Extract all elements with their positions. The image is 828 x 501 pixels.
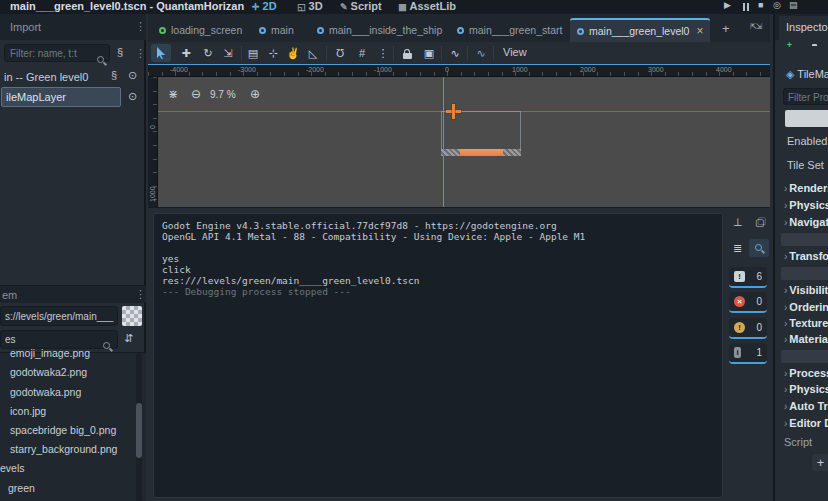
clear-output-button[interactable]: ⊥: [733, 216, 743, 229]
pan-tool-button[interactable]: ✌: [283, 44, 303, 62]
list-item[interactable]: godotwaka2.png: [10, 366, 87, 378]
section-navigation[interactable]: ›Navigation: [784, 216, 828, 228]
viewport-2d[interactable]: -4000 -3000 -2000 -1000 0 1000 2000 3000…: [148, 64, 770, 207]
list-item[interactable]: godotwaka.png: [10, 386, 81, 398]
rotate-icon: ↻: [203, 47, 212, 60]
zoom-level[interactable]: 9.7 %: [210, 89, 236, 100]
canvas[interactable]: ⋇ ⊖ 9.7 % ⊕: [158, 77, 770, 208]
list-item[interactable]: green: [8, 482, 35, 494]
movie-mode-button[interactable]: ▤: [789, 0, 798, 10]
platform-tiles[interactable]: [441, 149, 521, 156]
add-script-button[interactable]: +: [812, 454, 828, 471]
grid-snap-button[interactable]: #: [352, 44, 372, 62]
list-item[interactable]: evels: [0, 462, 25, 474]
zoom-in-button[interactable]: ⊕: [250, 87, 260, 101]
section-material[interactable]: ›Material: [784, 333, 828, 345]
scene-tab-main-green-start[interactable]: main___green_start: [450, 18, 569, 42]
scene-tab-main[interactable]: main: [252, 18, 301, 42]
list-item[interactable]: spacebridge big_0.png: [10, 424, 116, 436]
select-list-button[interactable]: ▤: [243, 44, 263, 62]
ruler-tool-button[interactable]: ◺: [303, 44, 323, 62]
menu-2d[interactable]: ✛2D: [252, 0, 277, 12]
warning-count-toggle[interactable]: ! 0: [729, 318, 767, 339]
property-tile-set[interactable]: Tile Set: [787, 159, 824, 171]
move-tool-button[interactable]: ✚: [176, 44, 196, 62]
error-count-toggle[interactable]: × 0: [729, 292, 767, 313]
skeleton-button[interactable]: ∿: [445, 44, 465, 62]
sort-icon[interactable]: ⇵: [124, 332, 133, 345]
section-visibility[interactable]: ›Visibility: [784, 284, 828, 296]
console-log[interactable]: Godot Engine v4.3.stable.official.77dcf9…: [153, 213, 723, 498]
move-gizmo[interactable]: [446, 104, 461, 119]
select-tool-button[interactable]: [151, 44, 171, 62]
scene-tab-main-green-level0[interactable]: main___green_level0 ×: [570, 18, 710, 42]
section-transform[interactable]: ›Transform: [784, 250, 828, 262]
filesystem-menu-icon[interactable]: ⋮: [135, 288, 146, 301]
center-view-button[interactable]: ⋇: [168, 87, 178, 101]
section-auto-translate[interactable]: ›Auto Translate: [784, 400, 828, 412]
scale-tool-button[interactable]: ⇲: [218, 44, 238, 62]
property-value-field[interactable]: [785, 110, 828, 127]
info-count-toggle[interactable]: i 1: [729, 343, 767, 364]
list-item[interactable]: icon.jpg: [10, 405, 46, 417]
scene-tab-main-inside-the-ship[interactable]: main___inside_the_ship: [310, 18, 449, 42]
scene-filter-input[interactable]: Filter: name, t:t: [4, 44, 110, 62]
play-button[interactable]: ▶: [724, 0, 731, 10]
log-count-toggle[interactable]: ! 6: [729, 267, 767, 288]
section-ordering[interactable]: ›Ordering: [784, 301, 828, 313]
scene-dock-menu-icon[interactable]: ⋮: [135, 20, 146, 33]
scrollbar[interactable]: [136, 353, 142, 501]
view-menu[interactable]: View: [503, 46, 527, 58]
menu-script[interactable]: ✎Script: [340, 0, 382, 12]
filesystem-path-input[interactable]: s://levels/green/main___: [0, 306, 118, 326]
zoom-out-button[interactable]: ⊖: [191, 87, 201, 101]
stop-icon: ■: [758, 0, 763, 10]
group-button[interactable]: ▣: [419, 44, 439, 62]
menu-assetlib[interactable]: ▦AssetLib: [398, 0, 456, 12]
tab-filesystem[interactable]: em: [2, 289, 17, 301]
magnet-icon: Ω: [336, 47, 344, 59]
log-icon: !: [734, 271, 745, 282]
section-process[interactable]: ›Process: [784, 367, 828, 379]
tree-row-tilemaplayer[interactable]: ileMapLayer: [1, 87, 121, 107]
tab-import[interactable]: Import: [10, 21, 41, 33]
remote-debug-button[interactable]: ◎: [773, 0, 781, 10]
scrollbar-thumb[interactable]: [136, 403, 142, 458]
pause-button[interactable]: [743, 3, 751, 13]
section-rendering[interactable]: ›Rendering: [784, 182, 828, 194]
new-scene-tab-button[interactable]: +: [722, 21, 730, 36]
inspected-node[interactable]: ◈ TileMapLayer: [786, 68, 828, 81]
smart-snap-button[interactable]: Ω: [330, 44, 350, 62]
section-physics-2[interactable]: ›Physics: [784, 383, 828, 395]
expand-icon[interactable]: ⇱⇲: [750, 22, 761, 31]
horizontal-ruler: -4000 -3000 -2000 -1000 0 1000 2000 3000…: [148, 65, 770, 77]
menu-3d[interactable]: ◱3D: [297, 0, 323, 12]
collapse-duplicates-button[interactable]: ≣: [733, 242, 742, 255]
tree-row-root[interactable]: in -- Green level0 § ⊙: [0, 66, 146, 88]
snap-options-button[interactable]: ⋮: [373, 44, 393, 62]
property-script[interactable]: Script: [784, 436, 812, 448]
lock-button[interactable]: [397, 44, 417, 62]
list-item[interactable]: starry_background.png: [10, 443, 117, 455]
stop-button[interactable]: ■: [758, 0, 763, 10]
visibility-eye-icon[interactable]: ⊙: [128, 69, 137, 82]
section-texture[interactable]: ›Texture: [784, 317, 828, 329]
tab-inspector[interactable]: Inspector: [779, 16, 828, 40]
list-item[interactable]: emoji_image.png: [10, 347, 90, 359]
scene-tree-menu-icon[interactable]: ⋮: [135, 47, 146, 60]
section-editor-description[interactable]: ›Editor Descri: [784, 417, 828, 429]
script-scroll-icon[interactable]: §: [111, 69, 117, 81]
property-enabled[interactable]: Enabled: [787, 135, 827, 147]
visibility-eye-icon[interactable]: ⊙: [128, 90, 137, 103]
copy-output-button[interactable]: ▢: [755, 217, 764, 228]
file-thumbnail[interactable]: [122, 306, 142, 326]
scene-tab-loading-screen[interactable]: loading_screen: [152, 18, 249, 42]
log-line: yes: [162, 253, 714, 264]
section-physics[interactable]: ›Physics: [784, 199, 828, 211]
inspector-filter-input[interactable]: Filter Properties: [783, 88, 828, 105]
bone-color-button[interactable]: ∿: [471, 44, 491, 62]
close-icon[interactable]: ×: [696, 24, 703, 38]
rotate-tool-button[interactable]: ↻: [198, 44, 218, 62]
search-output-button[interactable]: [749, 239, 769, 257]
pivot-tool-button[interactable]: ⊹: [263, 44, 283, 62]
